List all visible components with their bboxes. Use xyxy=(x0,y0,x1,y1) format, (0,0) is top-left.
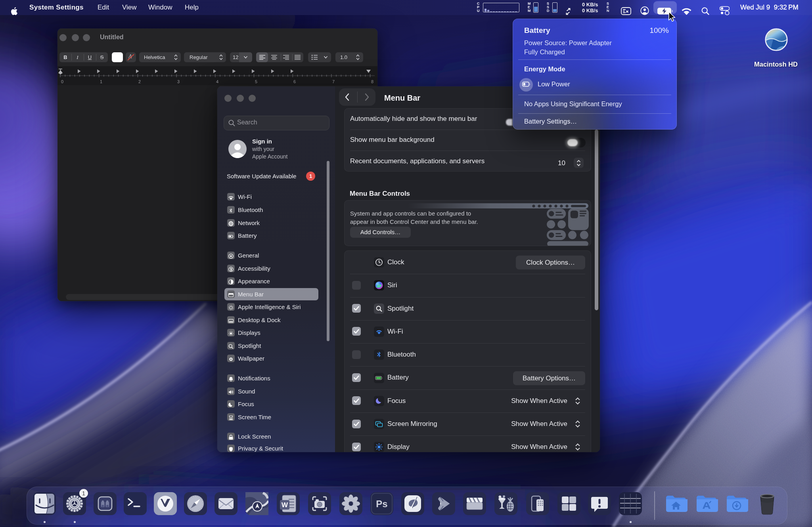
svg-text:W: W xyxy=(282,501,288,509)
svg-text:Ps: Ps xyxy=(376,498,387,509)
svg-text:2: 2 xyxy=(138,79,141,84)
svg-text:7: 7 xyxy=(332,79,335,84)
svg-text:6: 6 xyxy=(293,79,296,84)
svg-text:0: 0 xyxy=(61,79,63,84)
svg-text:3: 3 xyxy=(177,79,180,84)
svg-text:4: 4 xyxy=(216,79,218,84)
svg-text:5: 5 xyxy=(255,79,257,84)
svg-text:1: 1 xyxy=(100,79,102,84)
svg-text:8: 8 xyxy=(371,79,373,84)
